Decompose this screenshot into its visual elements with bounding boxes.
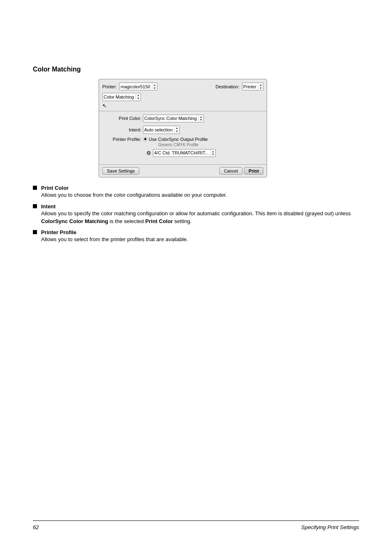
bullet-square-2 bbox=[33, 204, 37, 208]
radio-options: Use ColorSync Output Profile Generic CMY… bbox=[143, 137, 208, 147]
bullet-text-3: Allows you to select from the printer pr… bbox=[41, 236, 188, 242]
bullet-text-2: Allows you to specify the color matching… bbox=[41, 210, 350, 224]
destination-select[interactable]: Printer ▲▼ bbox=[242, 83, 263, 90]
printer-label: Printer: bbox=[102, 84, 117, 89]
page-footer: 62 Specifying Print Settings bbox=[33, 520, 359, 530]
print-color-select[interactable]: ColorSync Color Matching ▲▼ bbox=[143, 115, 204, 122]
printer-profile-row: Printer Profile: Use ColorSync Output Pr… bbox=[99, 136, 267, 148]
intent-row: Intent: Auto selection ▲▼ bbox=[99, 124, 267, 135]
bullet-square-3 bbox=[33, 230, 37, 234]
printer-arrows: ▲▼ bbox=[152, 83, 156, 90]
printer-profile-label: Printer Profile: bbox=[102, 137, 141, 142]
print-color-label: Print Color: bbox=[102, 116, 141, 121]
bullet-square-1 bbox=[33, 186, 37, 190]
bullet-content-2: Intent Allows you to specify the color m… bbox=[41, 203, 359, 226]
panel-value: Color Matching bbox=[104, 94, 134, 99]
panel-arrows: ▲▼ bbox=[136, 94, 140, 100]
destination-arrows: ▲▼ bbox=[258, 83, 262, 90]
print-color-arrows: ▲▼ bbox=[198, 115, 203, 122]
bullet-content-1: Print Color Allows you to choose from th… bbox=[41, 185, 359, 199]
panel-select[interactable]: Color Matching ▲▼ bbox=[102, 93, 141, 101]
printer-value: magicolor5150 bbox=[120, 84, 150, 89]
content-body: Print Color Allows you to choose from th… bbox=[33, 185, 359, 244]
intent-arrows: ▲▼ bbox=[174, 127, 178, 133]
footer-title: Specifying Print Settings bbox=[301, 524, 359, 530]
bullet-title-2: Intent bbox=[41, 203, 359, 210]
print-color-row: Print Color: ColorSync Color Matching ▲▼ bbox=[99, 113, 267, 124]
print-color-value: ColorSync Color Matching bbox=[144, 116, 197, 121]
intent-value: Auto selection bbox=[144, 127, 173, 132]
settings-icon: ⚙ bbox=[146, 150, 151, 156]
print-button[interactable]: Print bbox=[244, 167, 263, 175]
profile-select[interactable]: 4/C Ctd. TRUMATCH/RIT... ▲▼ bbox=[153, 149, 216, 157]
radio-button-1[interactable] bbox=[143, 137, 147, 141]
radio-option-1-label: Use ColorSync Output Profile bbox=[149, 137, 208, 142]
intent-select[interactable]: Auto selection ▲▼ bbox=[143, 126, 180, 134]
printer-row: Printer: magicolor5150 ▲▼ Destination: P… bbox=[99, 81, 267, 92]
save-settings-button[interactable]: Save Settings bbox=[102, 167, 139, 175]
profile-select-row: ⚙ 4/C Ctd. TRUMATCH/RIT... ▲▼ bbox=[99, 148, 267, 158]
page-title: Color Matching bbox=[33, 66, 359, 73]
destination-value: Printer bbox=[243, 84, 256, 89]
page-number: 62 bbox=[33, 524, 39, 530]
sub-label: Generic CMYK Profile bbox=[143, 143, 208, 147]
cursor-row: ↖ bbox=[99, 102, 267, 109]
bullet-content-3: Printer Profile Allows you to select fro… bbox=[41, 229, 359, 244]
intent-label: Intent: bbox=[102, 127, 141, 132]
bullet-title-1: Print Color bbox=[41, 185, 359, 191]
bullet-item-print-color: Print Color Allows you to choose from th… bbox=[33, 185, 359, 199]
profile-arrows: ▲▼ bbox=[210, 150, 214, 156]
printer-select[interactable]: magicolor5150 ▲▼ bbox=[119, 83, 157, 90]
destination-label: Destination: bbox=[216, 84, 240, 89]
dialog-footer: Save Settings Cancel Print bbox=[99, 164, 267, 177]
bullet-item-intent: Intent Allows you to specify the color m… bbox=[33, 203, 359, 226]
divider bbox=[99, 111, 267, 111]
cursor-icon: ↖ bbox=[102, 103, 107, 108]
profile-value: 4/C Ctd. TRUMATCH/RIT... bbox=[154, 150, 209, 155]
footer-right-buttons: Cancel Print bbox=[219, 167, 263, 175]
panel-row: Color Matching ▲▼ bbox=[99, 92, 267, 102]
cancel-button[interactable]: Cancel bbox=[219, 167, 242, 175]
bullet-text-1: Allows you to choose from the color conf… bbox=[41, 192, 227, 198]
radio-option-1[interactable]: Use ColorSync Output Profile bbox=[143, 137, 208, 142]
dialog-box: Printer: magicolor5150 ▲▼ Destination: P… bbox=[99, 79, 267, 177]
bullet-item-printer-profile: Printer Profile Allows you to select fro… bbox=[33, 229, 359, 244]
bullet-title-3: Printer Profile bbox=[41, 229, 359, 235]
